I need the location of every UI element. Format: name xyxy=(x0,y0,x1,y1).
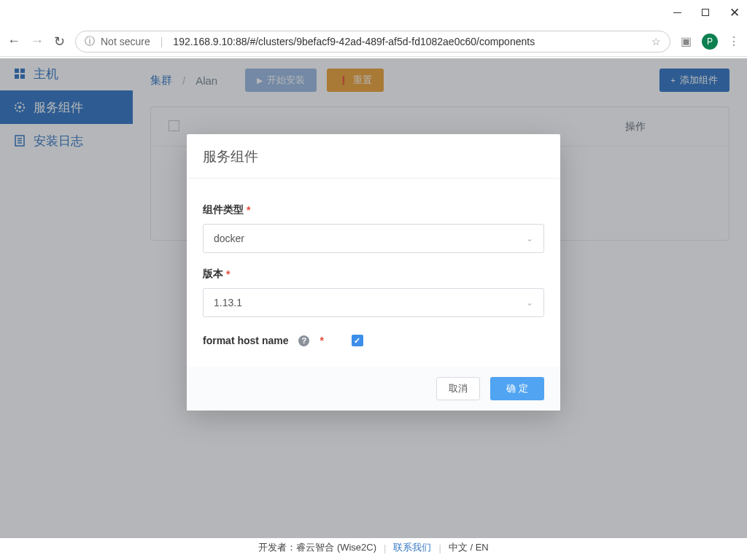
footer: 开发者：睿云智合 (Wise2C) | 联系我们 | 中文 / EN xyxy=(0,537,747,559)
maximize-icon[interactable] xyxy=(702,7,709,18)
window-controls: ✕ xyxy=(0,0,747,26)
reload-button[interactable]: ↻ xyxy=(54,34,65,50)
modal-title: 服务组件 xyxy=(187,134,560,179)
not-secure-label: Not secure xyxy=(101,36,150,47)
add-component-modal: 服务组件 组件类型* docker ⌄ 版本* 1.13.1 ⌄ xyxy=(187,134,560,411)
star-icon[interactable]: ☆ xyxy=(651,36,661,47)
help-icon[interactable]: ? xyxy=(298,335,309,346)
url-text: 192.168.9.10:88/#/clusters/9befacf9-42ad… xyxy=(173,36,646,47)
confirm-button[interactable]: 确定 xyxy=(490,377,544,400)
profile-avatar[interactable]: P xyxy=(702,34,718,50)
chevron-down-icon: ⌄ xyxy=(526,233,533,244)
component-type-select[interactable]: docker ⌄ xyxy=(203,224,544,253)
chevron-down-icon: ⌄ xyxy=(526,298,533,308)
footer-contact-link[interactable]: 联系我们 xyxy=(393,541,431,554)
menu-icon[interactable]: ⋮ xyxy=(728,34,740,48)
component-type-label: 组件类型* xyxy=(203,203,544,217)
minimize-icon[interactable] xyxy=(673,7,681,18)
version-select[interactable]: 1.13.1 ⌄ xyxy=(203,288,544,317)
footer-developer: 开发者：睿云智合 (Wise2C) xyxy=(258,541,376,554)
modal-overlay[interactable]: 服务组件 组件类型* docker ⌄ 版本* 1.13.1 ⌄ xyxy=(0,58,747,538)
forward-button[interactable]: → xyxy=(31,34,44,49)
footer-lang[interactable]: 中文 / EN xyxy=(449,541,489,554)
format-host-label: format host name xyxy=(203,335,288,346)
close-window-icon[interactable]: ✕ xyxy=(729,5,740,20)
cancel-button[interactable]: 取消 xyxy=(436,377,480,400)
site-info-icon[interactable]: ⓘ xyxy=(85,35,95,48)
extension-icon[interactable]: ▣ xyxy=(681,34,692,48)
format-host-checkbox[interactable]: ✓ xyxy=(352,335,363,346)
version-label: 版本* xyxy=(203,268,544,281)
back-button[interactable]: ← xyxy=(7,34,20,49)
url-input[interactable]: ⓘ Not secure | 192.168.9.10:88/#/cluster… xyxy=(75,31,670,52)
address-bar: ← → ↻ ⓘ Not secure | 192.168.9.10:88/#/c… xyxy=(0,26,747,57)
